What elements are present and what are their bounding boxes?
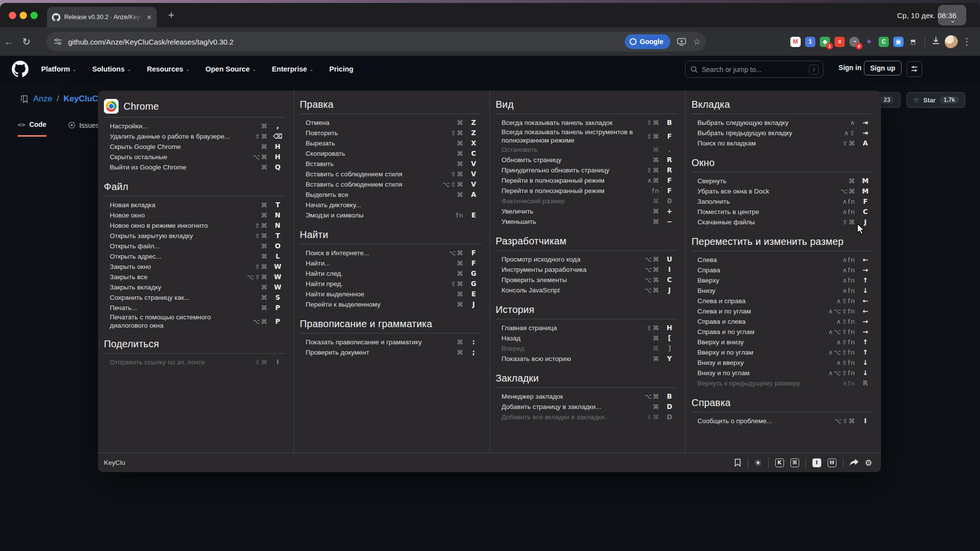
profile-avatar[interactable] bbox=[945, 35, 958, 48]
menu-item-label: Эмодзи и символы bbox=[306, 211, 445, 219]
github-nav: Platform⌄Solutions⌄Resources⌄Open Source… bbox=[41, 65, 353, 73]
shortcut-modifiers: ⌘ bbox=[653, 403, 660, 411]
shortcut-modifiers: ⇧⌘ bbox=[255, 132, 268, 141]
menu-item: Всегда показывать панель инструментов в … bbox=[496, 128, 678, 144]
nav-item-resources[interactable]: Resources⌄ bbox=[147, 65, 190, 73]
menu-item: Открыть закрытую вкладку⇧⌘T bbox=[104, 231, 286, 241]
menu-item: Найти след.⌘G bbox=[300, 268, 482, 279]
shortcut-key: ↓ bbox=[858, 369, 873, 377]
browser-menu-icon[interactable]: ⋮ bbox=[962, 36, 971, 47]
menu-item: Вперед⌘] bbox=[496, 343, 678, 354]
bookmark-icon[interactable] bbox=[734, 458, 741, 467]
shortcut: ⌥⌘P bbox=[253, 317, 286, 326]
tab-issues[interactable]: Issues bbox=[68, 120, 99, 137]
shortcut: ⌘Z bbox=[457, 119, 482, 127]
extensions-puzzle-icon[interactable]: ⬒ bbox=[908, 37, 918, 47]
tab-code[interactable]: <> Code bbox=[18, 120, 47, 137]
shortcut-modifiers: ⌘ bbox=[457, 149, 464, 158]
box-h-icon[interactable]: H bbox=[828, 458, 836, 467]
nav-item-solutions[interactable]: Solutions⌄ bbox=[92, 65, 131, 73]
new-tab-button[interactable]: + bbox=[168, 9, 174, 22]
google-lens-chip[interactable]: Google bbox=[625, 34, 670, 49]
breadcrumb-repo[interactable]: KeyCluC bbox=[63, 94, 98, 104]
menu-item: Увеличить⌘+ bbox=[496, 206, 678, 216]
shortcut-modifiers: ⌘ bbox=[457, 348, 464, 357]
menu-item-label: Внизу bbox=[697, 287, 837, 295]
menu-item-label: Инструменты разработчика bbox=[502, 265, 641, 274]
nav-item-pricing[interactable]: Pricing bbox=[329, 65, 353, 73]
shortcut-modifiers: ⇧⌘ bbox=[451, 280, 464, 288]
nav-item-enterprise[interactable]: Enterprise⌄ bbox=[272, 65, 314, 73]
blue-square-extension-icon[interactable]: ▣ bbox=[893, 37, 904, 47]
shortcut-modifiers: ∧⇧fn bbox=[836, 317, 856, 326]
menu-item: Вставить⌘V bbox=[300, 159, 482, 169]
shortcut: ⌥⌘I bbox=[644, 265, 677, 274]
shortcut: ⌥⇧⌘V bbox=[442, 180, 481, 189]
gmail-extension-icon[interactable]: M bbox=[790, 37, 801, 47]
menu-item-label: Слева bbox=[697, 256, 837, 264]
minimize-window-button[interactable] bbox=[20, 12, 27, 19]
red-list-extension-icon[interactable]: ≡ bbox=[834, 37, 845, 47]
menu-item: Консоль JavaScript⌥⌘J bbox=[496, 285, 678, 295]
key-command-icon[interactable]: ⌘ bbox=[790, 458, 799, 467]
shortcut-key: N bbox=[270, 221, 286, 230]
shortcut-key: A bbox=[858, 139, 873, 147]
site-settings-icon[interactable] bbox=[53, 37, 62, 46]
sign-up-button[interactable]: Sign up bbox=[864, 61, 902, 75]
menu-item-label: Показать правописание и грамматику bbox=[306, 338, 445, 346]
menu-item-label: Справа и по углам bbox=[697, 328, 828, 336]
shortcut-modifiers: ⌘ bbox=[653, 145, 660, 154]
box-i-icon[interactable]: I bbox=[812, 458, 821, 467]
menu-item: Добавить страницу в закладки...⌘D bbox=[496, 402, 678, 412]
sliders-icon bbox=[910, 65, 918, 73]
shortcut: ⇧⌘B bbox=[646, 119, 677, 127]
browser-tab[interactable]: Release v0.30.2 · Anze/KeyCl ✕ bbox=[47, 7, 157, 27]
install-app-icon[interactable] bbox=[677, 38, 686, 46]
shortcut-key: T bbox=[270, 201, 286, 209]
menu-item-label: Поместить в центре bbox=[697, 208, 837, 216]
menu-item-label: Остановить bbox=[502, 145, 641, 154]
repo-action-buttons: 23 ☆ Star 1.7k bbox=[874, 92, 965, 108]
share-icon[interactable] bbox=[850, 459, 858, 466]
shortcut-key: ↓ bbox=[858, 287, 873, 295]
brightness-icon[interactable]: ☀ bbox=[755, 458, 762, 468]
tab-close-icon[interactable]: ✕ bbox=[147, 14, 152, 21]
reload-icon[interactable]: ↻ bbox=[18, 36, 35, 48]
github-search[interactable]: Search or jump to... / bbox=[685, 61, 823, 78]
calendar-extension-icon[interactable]: C bbox=[879, 37, 889, 47]
shortcut: ∧⌘F bbox=[647, 176, 678, 185]
shortcut: ⇧⌘V bbox=[451, 170, 482, 178]
password-manager-extension-icon[interactable]: 1 bbox=[805, 37, 815, 47]
shortcut: ∧fn↓ bbox=[842, 287, 873, 295]
breadcrumb-owner[interactable]: Anze bbox=[33, 94, 52, 104]
key-k-icon[interactable]: K bbox=[775, 458, 784, 467]
settings-gear-icon[interactable]: ⚙ bbox=[865, 458, 872, 468]
downloads-icon[interactable] bbox=[931, 36, 940, 48]
sign-in-link[interactable]: Sign in bbox=[838, 64, 861, 72]
shortcut-key: J bbox=[662, 286, 677, 294]
purple-extension-icon[interactable]: ❖ bbox=[864, 37, 874, 47]
shortcut: ⌘X bbox=[457, 139, 482, 147]
shortcut: ⇧⌘H bbox=[646, 324, 677, 332]
close-window-button[interactable] bbox=[9, 12, 16, 19]
green-diamond-extension-icon[interactable]: ◆1 bbox=[820, 37, 830, 47]
star-button[interactable]: ☆ Star 1.7k bbox=[906, 92, 965, 108]
menu-item-label: Вставить с соблюдением стиля bbox=[306, 180, 442, 189]
nav-item-platform[interactable]: Platform⌄ bbox=[41, 65, 76, 73]
zoom-window-button[interactable] bbox=[30, 12, 38, 19]
url-text[interactable]: github.com/Anze/KeyCluCask/releases/tag/… bbox=[68, 38, 625, 46]
back-icon[interactable]: ← bbox=[0, 36, 18, 48]
github-logo[interactable] bbox=[12, 61, 28, 77]
menu-item: Печать...⌘P bbox=[104, 303, 286, 313]
address-bar[interactable]: github.com/Anze/KeyCluCask/releases/tag/… bbox=[47, 32, 706, 51]
shortcut: ⌘J bbox=[457, 300, 482, 309]
nav-item-open-source[interactable]: Open Source⌄ bbox=[205, 65, 256, 73]
gray-circle-extension-icon[interactable]: ◔x bbox=[849, 37, 859, 47]
shortcut-modifiers: ⌘ bbox=[653, 156, 660, 164]
shortcut-key: R bbox=[858, 379, 873, 387]
bookmark-star-icon[interactable]: ☆ bbox=[693, 37, 701, 47]
shortcut-modifiers: ⇧⌘ bbox=[842, 218, 856, 226]
appearance-settings-button[interactable] bbox=[906, 61, 922, 77]
menu-item-label: Слева и справа bbox=[697, 297, 836, 305]
overlay-columns: ChromeНастройки...⌘,Удалить данные о раб… bbox=[98, 91, 881, 453]
